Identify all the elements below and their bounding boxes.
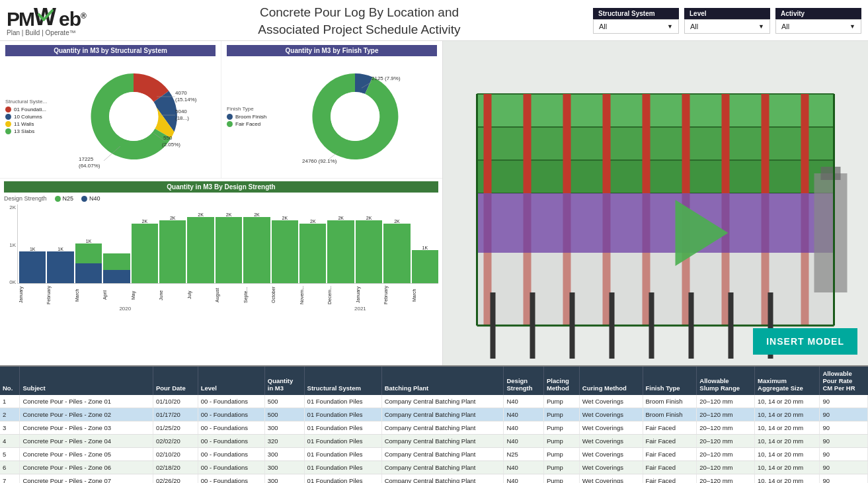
bar-jun2020: 2K bbox=[159, 204, 186, 283]
col-structural-system: Structural System bbox=[304, 367, 381, 395]
level-filter[interactable]: Level All ▼ bbox=[684, 8, 770, 34]
svg-rect-49 bbox=[689, 292, 694, 359]
donut1-legend-item-01: 01 Foundati... bbox=[5, 107, 58, 112]
xlabel-dec2020: Decem... bbox=[327, 285, 354, 305]
table-row: 1Concrete Pour - Piles - Zone 0101/10/20… bbox=[0, 395, 868, 408]
donut1-chart: 4070 (15.14%) 5040 (18...) 17225 (64.07%… bbox=[77, 60, 196, 173]
donut1-legend-item-11: 11 Walls bbox=[5, 121, 58, 127]
col-design-strength: DesignStrength bbox=[504, 367, 544, 395]
col-subject: Subject bbox=[20, 367, 153, 395]
col-pour-date: Pour Date bbox=[153, 367, 198, 395]
structural-system-select[interactable]: All ▼ bbox=[593, 19, 679, 34]
bar-mar2020: 1K bbox=[75, 204, 102, 283]
bar-may2020: 2K bbox=[132, 204, 158, 283]
xlabel-oct2020: October bbox=[271, 285, 297, 305]
col-placing-method: PlacingMethod bbox=[543, 367, 579, 395]
table-row: 7Concrete Pour - Piles - Zone 0702/26/20… bbox=[0, 474, 868, 483]
donut2-chart: 2125 (7.9%) 24760 (92.1%) bbox=[299, 60, 418, 173]
xlabel-mar2021: March bbox=[412, 285, 438, 305]
page-title: Concrete Pour Log By Location and Associ… bbox=[126, 4, 593, 38]
xlabel-apr2020: April bbox=[102, 285, 129, 305]
svg-text:(64.07%): (64.07%) bbox=[79, 163, 100, 169]
bar-jan2020: 1K bbox=[19, 204, 46, 283]
xlabel-aug2020: August bbox=[215, 285, 241, 305]
bar-jan2021: 2K bbox=[356, 204, 382, 283]
donut2-legend-broom: Broom Finish bbox=[227, 114, 280, 120]
table-row: 6Concrete Pour - Piles - Zone 0602/18/20… bbox=[0, 461, 868, 474]
logo-area: PM W eb® Plan | Build | Operate™ bbox=[7, 5, 112, 36]
svg-rect-44 bbox=[491, 292, 496, 359]
data-table-section: No. Subject Pour Date Level Quantityin M… bbox=[0, 365, 868, 483]
data-table: No. Subject Pour Date Level Quantityin M… bbox=[0, 367, 868, 483]
activity-label: Activity bbox=[775, 8, 861, 19]
xlabel-jul2020: July bbox=[187, 285, 214, 305]
activity-select[interactable]: All ▼ bbox=[775, 19, 861, 34]
svg-text:24760 (92.1%): 24760 (92.1%) bbox=[302, 158, 337, 164]
donut2-title: Quantity in M3 by Finish Type bbox=[227, 45, 437, 56]
bar-mar2021: 1K bbox=[412, 204, 438, 283]
xlabel-nov2020: Novem... bbox=[299, 285, 326, 305]
logo-pm: PM bbox=[7, 8, 34, 30]
structural-system-chevron-icon: ▼ bbox=[667, 23, 673, 30]
xlabel-feb2020: February bbox=[46, 285, 73, 305]
svg-rect-47 bbox=[610, 292, 615, 359]
svg-text:4070: 4070 bbox=[175, 90, 187, 96]
table-row: 3Concrete Pour - Piles - Zone 0301/25/20… bbox=[0, 421, 868, 435]
structural-system-label: Structural System bbox=[593, 8, 679, 19]
donut1-legend-item-10: 10 Columns bbox=[5, 114, 58, 120]
xlabel-jan2020: January bbox=[19, 285, 45, 305]
year-label-2021: 2021 bbox=[354, 306, 438, 312]
level-label: Level bbox=[684, 8, 770, 19]
bar-nov2020: 2K bbox=[299, 204, 326, 283]
bar-dec2020: 2K bbox=[327, 204, 354, 283]
col-batching-plant: Batching Plant bbox=[381, 367, 504, 395]
insert-model-button[interactable]: INSERT MODEL bbox=[753, 328, 857, 355]
svg-point-1 bbox=[109, 92, 158, 141]
year-label-2020: 2020 bbox=[19, 306, 354, 312]
table-row: 5Concrete Pour - Piles - Zone 0502/10/20… bbox=[0, 448, 868, 461]
svg-text:(18...): (18...) bbox=[175, 115, 189, 121]
col-quantity: Quantityin M3 bbox=[264, 367, 304, 395]
model-area: INSERT MODEL bbox=[443, 41, 868, 365]
logo-web: eb® bbox=[59, 8, 86, 30]
bar-feb2020: 1K bbox=[47, 204, 73, 283]
logo-checkmark-icon: W bbox=[34, 5, 59, 29]
col-finish-type: Finish Type bbox=[643, 367, 697, 395]
svg-rect-45 bbox=[530, 292, 535, 359]
structural-system-filter[interactable]: Structural System All ▼ bbox=[593, 8, 679, 34]
xlabel-feb2021: February bbox=[383, 285, 410, 305]
svg-rect-46 bbox=[570, 292, 575, 359]
xlabel-mar2020: March bbox=[75, 285, 101, 305]
activity-chevron-icon: ▼ bbox=[849, 23, 855, 30]
svg-rect-40 bbox=[821, 167, 841, 180]
table-row: 4Concrete Pour - Piles - Zone 0402/02/20… bbox=[0, 435, 868, 448]
svg-rect-48 bbox=[649, 292, 654, 359]
col-max-aggregate: MaximumAggregate Size bbox=[755, 367, 820, 395]
donut2-legend-fair: Fair Faced bbox=[227, 121, 280, 127]
svg-point-14 bbox=[331, 92, 379, 141]
bar-apr2020 bbox=[103, 204, 130, 283]
svg-text:550: 550 bbox=[163, 135, 173, 141]
svg-rect-39 bbox=[814, 173, 848, 292]
col-no: No. bbox=[0, 367, 20, 395]
svg-text:(15.14%): (15.14%) bbox=[175, 97, 196, 103]
col-max-pour-rate: AllowablePour RateCM Per HR bbox=[820, 367, 868, 395]
building-model-image bbox=[443, 41, 868, 365]
bar-sep2020: 2K bbox=[243, 204, 270, 283]
donut1-legend-title: Structural Syste... bbox=[5, 99, 58, 105]
activity-filter[interactable]: Activity All ▼ bbox=[775, 8, 861, 34]
xlabel-jun2020: June bbox=[159, 285, 185, 305]
level-select[interactable]: All ▼ bbox=[684, 19, 770, 34]
barchart-legend-n40: N40 bbox=[81, 195, 100, 202]
svg-text:(2.05%): (2.05%) bbox=[162, 142, 180, 148]
svg-text:17225: 17225 bbox=[79, 156, 94, 162]
col-allowable-slump: AllowableSlump Range bbox=[697, 367, 755, 395]
svg-rect-50 bbox=[729, 292, 734, 359]
donut2-legend-title: Finish Type bbox=[227, 106, 280, 112]
col-curing-method: Curing Method bbox=[579, 367, 643, 395]
barchart-legend-n25: N25 bbox=[55, 195, 74, 202]
xlabel-may2020: May bbox=[131, 285, 157, 305]
xlabel-jan2021: January bbox=[356, 285, 382, 305]
barchart-title: Quantity in M3 By Design Strength bbox=[4, 181, 438, 193]
level-chevron-icon: ▼ bbox=[758, 23, 764, 30]
